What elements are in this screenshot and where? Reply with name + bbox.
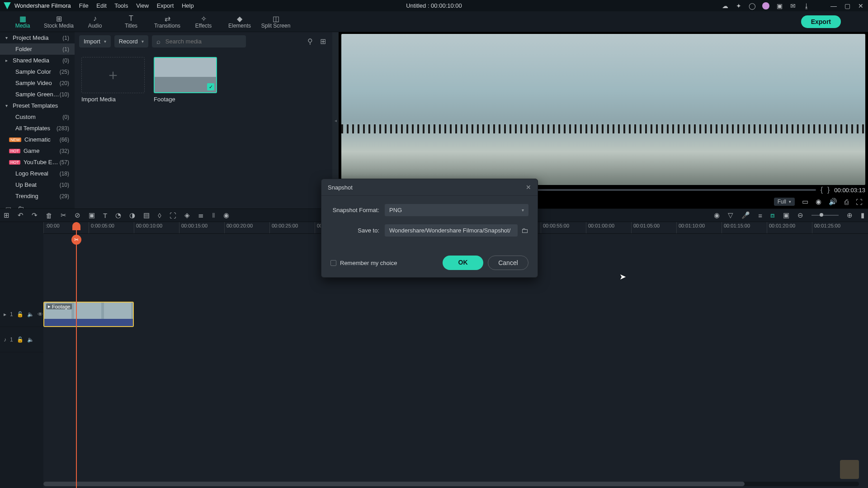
menu-file[interactable]: File — [79, 2, 89, 9]
scrollbar-thumb[interactable] — [43, 482, 745, 486]
menu-tools[interactable]: Tools — [114, 2, 128, 9]
mute-icon[interactable]: 🔈 — [27, 336, 34, 343]
sidebar-cinematic[interactable]: NEWCinematic(66) — [0, 134, 75, 145]
redo-icon[interactable]: ↷ — [32, 211, 38, 219]
audio-track-header[interactable]: ♪ 1 🔓 🔈 — [0, 327, 43, 352]
export-button[interactable]: Export — [801, 15, 841, 28]
keyframe-icon[interactable]: ◈ — [184, 211, 190, 219]
tab-transitions[interactable]: ⇄Transitions — [149, 13, 185, 31]
audio-levels-icon[interactable]: ⫴ — [212, 211, 215, 219]
green-screen-icon[interactable]: ▤ — [143, 211, 150, 219]
filter-icon[interactable]: ⚲ — [306, 35, 315, 47]
grid-view-icon[interactable]: ⊞ — [318, 35, 328, 47]
text-icon[interactable]: T — [103, 212, 107, 219]
crop-icon[interactable]: ▣ — [89, 211, 95, 219]
floating-thumbnail[interactable] — [840, 460, 859, 479]
tab-effects[interactable]: ✧Effects — [185, 13, 222, 31]
close-icon[interactable]: ✕ — [526, 184, 531, 191]
sidebar-sample-green[interactable]: Sample Green Scre...(10) — [0, 89, 75, 100]
marker-icon[interactable]: ◉ — [714, 211, 720, 219]
sidebar-sample-color[interactable]: Sample Color(25) — [0, 66, 75, 77]
zoom-in-icon[interactable]: ⊕ — [847, 211, 853, 219]
zoom-out-icon[interactable]: ⊖ — [797, 211, 803, 219]
split-icon[interactable]: ✂ — [61, 211, 66, 219]
shield-icon[interactable]: ▽ — [728, 211, 733, 219]
save-path-field[interactable]: /Wondershare/Wondershare Filmora/Snapsho… — [385, 224, 518, 237]
sidebar-game[interactable]: HOTGame(32) — [0, 145, 75, 156]
snap-icon[interactable]: ⧈ — [770, 211, 775, 219]
sidebar-custom[interactable]: Custom(0) — [0, 111, 75, 123]
import-dropdown[interactable]: Import — [79, 35, 111, 47]
mute-icon[interactable]: 🔈 — [27, 311, 34, 317]
sidebar-youtube-endscreen[interactable]: HOTYouTube Endscr...(57) — [0, 156, 75, 168]
mic-icon[interactable]: 🎤 — [741, 211, 750, 219]
delete-icon[interactable]: 🗑 — [46, 212, 52, 219]
headset-icon[interactable]: ◯ — [749, 2, 756, 9]
sidebar-shared-media[interactable]: ▸Shared Media(0) — [0, 55, 75, 66]
sidebar-all-templates[interactable]: All Templates(283) — [0, 123, 75, 134]
lock-icon[interactable]: 🔓 — [17, 311, 24, 317]
new-folder-icon[interactable]: ▭ — [5, 204, 11, 208]
folder-icon[interactable]: 🗀 — [18, 204, 24, 208]
remember-checkbox[interactable]: Remember my choice — [330, 260, 397, 266]
sidebar-project-media[interactable]: ▾Project Media(1) — [0, 32, 75, 43]
record-dropdown[interactable]: Record — [114, 35, 148, 47]
window-close[interactable]: ✕ — [857, 2, 864, 9]
color-icon[interactable]: ◑ — [129, 211, 135, 219]
adjust-icon[interactable]: ≣ — [198, 211, 204, 219]
display-icon[interactable]: ▭ — [802, 198, 808, 206]
pip-icon[interactable]: ▣ — [783, 211, 789, 219]
sparkle-icon[interactable]: ✦ — [735, 2, 742, 9]
timeline-scrollbar[interactable] — [43, 482, 859, 486]
speed-icon[interactable]: ◔ — [115, 211, 121, 219]
render-icon[interactable]: ◉ — [223, 211, 229, 219]
format-dropdown[interactable]: PNG — [385, 204, 528, 216]
playhead[interactable]: ✂ — [76, 222, 77, 488]
snapshot-icon[interactable]: ◉ — [816, 198, 821, 206]
fit-icon[interactable]: ▮ — [861, 211, 864, 219]
search-input[interactable] — [152, 35, 246, 47]
sidebar-trending[interactable]: Trending(29) — [0, 190, 75, 202]
export-frame-icon[interactable]: ⎙ — [844, 198, 849, 206]
tab-split-screen[interactable]: ◫Split Screen — [258, 13, 294, 31]
zoom-slider[interactable] — [811, 215, 839, 216]
ok-button[interactable]: OK — [443, 256, 483, 270]
cancel-button[interactable]: Cancel — [488, 256, 528, 270]
tab-audio[interactable]: ♪Audio — [77, 13, 113, 31]
mark-out-button[interactable]: } — [827, 186, 830, 194]
save-icon[interactable]: ▣ — [776, 2, 783, 9]
preview-video[interactable] — [341, 34, 865, 185]
tab-media[interactable]: ▦Media — [5, 13, 41, 31]
sidebar-up-beat[interactable]: Up Beat(10) — [0, 179, 75, 190]
cloud-icon[interactable]: ☁ — [722, 2, 729, 9]
fullscreen-icon[interactable]: ⛶ — [856, 198, 863, 206]
browse-folder-icon[interactable]: 🗀 — [521, 227, 528, 235]
tab-elements[interactable]: ◆Elements — [222, 13, 258, 31]
sidebar-folder[interactable]: Folder(1) — [0, 43, 75, 55]
menu-view[interactable]: View — [136, 2, 149, 9]
lock-icon[interactable]: 🔓 — [17, 336, 24, 343]
download-icon[interactable]: ⭳ — [803, 2, 810, 9]
tab-stock-media[interactable]: ⊞Stock Media — [41, 13, 77, 31]
menu-edit[interactable]: Edit — [96, 2, 106, 9]
volume-icon[interactable]: 🔊 — [829, 198, 837, 206]
window-minimize[interactable]: — — [830, 2, 837, 9]
quality-dropdown[interactable]: Full — [774, 198, 795, 206]
avatar[interactable] — [762, 2, 769, 9]
sidebar-logo-reveal[interactable]: Logo Reveal(18) — [0, 168, 75, 179]
menu-export[interactable]: Export — [157, 2, 174, 9]
sidebar-preset-templates[interactable]: ▾Preset Templates — [0, 100, 75, 111]
tab-titles[interactable]: TTitles — [113, 13, 149, 31]
visibility-icon[interactable]: 👁 — [38, 311, 43, 317]
window-maximize[interactable]: ▢ — [844, 2, 851, 9]
media-clip-tile[interactable]: Footage — [154, 57, 217, 103]
menu-help[interactable]: Help — [182, 2, 194, 9]
mixer-icon[interactable]: ≡ — [758, 212, 762, 219]
auto-reframe-icon[interactable]: ⛶ — [170, 212, 176, 219]
sidebar-sample-video[interactable]: Sample Video(20) — [0, 77, 75, 89]
motion-icon[interactable]: ◊ — [158, 212, 161, 219]
grid-icon[interactable]: ⊞ — [4, 211, 9, 219]
scissors-icon[interactable]: ✂ — [71, 235, 81, 245]
mark-in-button[interactable]: { — [821, 186, 823, 194]
blade-icon[interactable]: ⊘ — [75, 211, 80, 219]
